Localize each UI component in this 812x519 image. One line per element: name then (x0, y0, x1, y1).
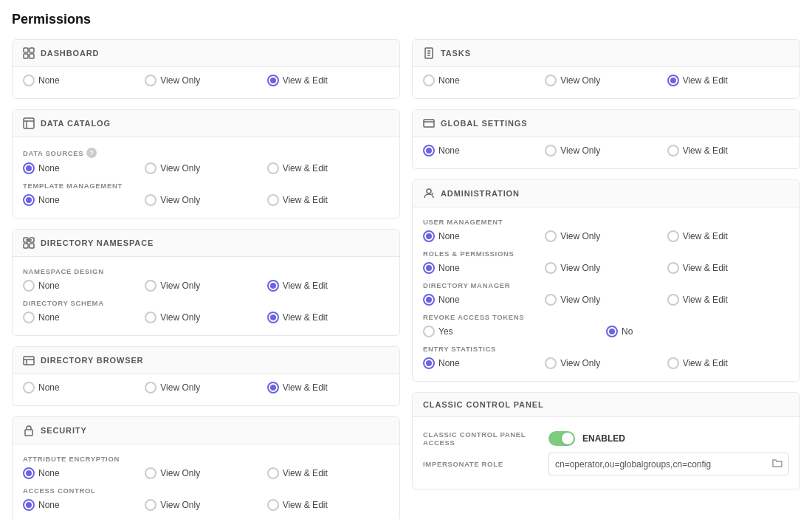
data-sources-viewedit-option[interactable]: View & Edit (267, 162, 389, 174)
roles-viewonly-radio[interactable] (545, 262, 557, 274)
data-sources-none-option[interactable]: None (23, 162, 145, 174)
revoke-access-tokens-label: REVOKE ACCESS TOKENS (423, 313, 789, 321)
user-mgmt-viewonly-option[interactable]: View Only (545, 230, 667, 242)
tasks-viewonly-radio[interactable] (545, 75, 557, 86)
user-mgmt-viewedit-radio[interactable] (667, 230, 679, 242)
template-none-radio[interactable] (23, 194, 35, 206)
dashboard-none-option[interactable]: None (23, 75, 145, 86)
revoke-yes-radio[interactable] (423, 326, 435, 337)
folder-icon[interactable] (772, 458, 782, 470)
entry-stats-viewedit-option[interactable]: View & Edit (667, 357, 789, 369)
dashboard-none-radio[interactable] (23, 75, 35, 86)
tasks-none-option[interactable]: None (423, 75, 545, 86)
data-sources-viewedit-radio[interactable] (267, 162, 279, 174)
data-catalog-body: DATA SOURCES ? None View Only View & Edi… (13, 137, 399, 218)
roles-none-radio[interactable] (423, 262, 435, 274)
attr-enc-viewedit-radio[interactable] (267, 467, 279, 479)
ns-design-viewedit-option[interactable]: View & Edit (267, 280, 389, 292)
dashboard-body: None View Only View & Edit (13, 67, 399, 98)
dir-schema-viewedit-option[interactable]: View & Edit (267, 312, 389, 323)
tasks-viewonly-option[interactable]: View Only (545, 75, 667, 86)
dashboard-viewedit-option[interactable]: View & Edit (267, 75, 389, 86)
access-ctrl-viewonly-option[interactable]: View Only (145, 499, 266, 511)
roles-viewedit-radio[interactable] (667, 262, 679, 274)
attr-enc-viewonly-option[interactable]: View Only (145, 467, 266, 479)
ns-design-viewedit-radio[interactable] (267, 280, 279, 292)
impersonate-role-row: IMPERSONATE ROLE cn=operator,ou=globalgr… (423, 453, 789, 475)
global-none-radio[interactable] (423, 145, 435, 157)
tasks-viewedit-radio[interactable] (667, 75, 679, 86)
entry-stats-viewedit-radio[interactable] (667, 357, 679, 369)
entry-stats-none-option[interactable]: None (423, 357, 545, 369)
dir-browser-none-radio[interactable] (23, 382, 35, 393)
dir-mgr-viewedit-radio[interactable] (667, 294, 679, 306)
tasks-none-radio[interactable] (423, 75, 435, 86)
global-viewedit-option[interactable]: View & Edit (667, 145, 789, 157)
revoke-yes-option[interactable]: Yes (423, 326, 606, 337)
revoke-no-radio[interactable] (606, 326, 618, 337)
data-sources-none-radio[interactable] (23, 162, 35, 174)
classic-access-toggle[interactable] (548, 431, 575, 446)
dir-browser-viewedit-option[interactable]: View & Edit (267, 382, 389, 393)
classic-access-toggle-text: ENABLED (582, 433, 625, 444)
access-ctrl-viewonly-radio[interactable] (145, 499, 156, 511)
template-none-option[interactable]: None (23, 194, 145, 206)
dir-browser-viewedit-radio[interactable] (267, 382, 279, 393)
dir-schema-none-radio[interactable] (23, 312, 35, 323)
user-mgmt-viewonly-radio[interactable] (545, 230, 557, 242)
attr-enc-viewonly-radio[interactable] (145, 467, 156, 479)
attr-enc-none-radio[interactable] (23, 467, 35, 479)
ns-design-viewonly-radio[interactable] (145, 280, 156, 292)
dir-browser-viewonly-radio[interactable] (145, 382, 156, 393)
entry-statistics-label: ENTRY STATISTICS (423, 345, 789, 353)
dashboard-viewedit-radio[interactable] (267, 75, 279, 86)
attr-enc-viewedit-option[interactable]: View & Edit (267, 467, 389, 479)
global-viewedit-radio[interactable] (667, 145, 679, 157)
dir-mgr-none-radio[interactable] (423, 294, 435, 306)
entry-stats-viewonly-radio[interactable] (545, 357, 557, 369)
revoke-no-option[interactable]: No (606, 326, 789, 337)
ns-design-viewonly-option[interactable]: View Only (145, 280, 266, 292)
dir-schema-viewonly-radio[interactable] (145, 312, 156, 323)
attr-enc-none-option[interactable]: None (23, 467, 145, 479)
entry-stats-viewonly-option[interactable]: View Only (545, 357, 667, 369)
access-ctrl-none-option[interactable]: None (23, 499, 145, 511)
roles-viewonly-option[interactable]: View Only (545, 262, 667, 274)
dir-schema-none-option[interactable]: None (23, 312, 145, 323)
dashboard-icon (23, 47, 35, 59)
roles-none-option[interactable]: None (423, 262, 545, 274)
user-mgmt-viewedit-option[interactable]: View & Edit (667, 230, 789, 242)
global-viewonly-radio[interactable] (545, 145, 557, 157)
template-viewedit-option[interactable]: View & Edit (267, 194, 389, 206)
user-mgmt-none-radio[interactable] (423, 230, 435, 242)
dir-browser-viewonly-option[interactable]: View Only (145, 382, 266, 393)
template-viewedit-radio[interactable] (267, 194, 279, 206)
data-sources-viewonly-option[interactable]: View Only (145, 162, 266, 174)
global-viewonly-option[interactable]: View Only (545, 145, 667, 157)
roles-viewedit-option[interactable]: View & Edit (667, 262, 789, 274)
tasks-body: None View Only View & Edit (413, 67, 799, 98)
tasks-viewedit-option[interactable]: View & Edit (667, 75, 789, 86)
data-sources-viewonly-radio[interactable] (145, 162, 156, 174)
dir-mgr-viewonly-option[interactable]: View Only (545, 294, 667, 306)
dir-mgr-none-option[interactable]: None (423, 294, 545, 306)
template-viewonly-radio[interactable] (145, 194, 156, 206)
impersonate-role-input[interactable]: cn=operator,ou=globalgroups,cn=config (548, 453, 789, 475)
template-viewonly-option[interactable]: View Only (145, 194, 266, 206)
access-ctrl-none-radio[interactable] (23, 499, 35, 511)
dir-schema-viewedit-radio[interactable] (267, 312, 279, 323)
entry-stats-none-radio[interactable] (423, 357, 435, 369)
ns-design-none-option[interactable]: None (23, 280, 145, 292)
dir-schema-viewonly-option[interactable]: View Only (145, 312, 266, 323)
access-ctrl-viewedit-option[interactable]: View & Edit (267, 499, 389, 511)
user-mgmt-none-option[interactable]: None (423, 230, 545, 242)
global-none-option[interactable]: None (423, 145, 545, 157)
dir-mgr-viewedit-option[interactable]: View & Edit (667, 294, 789, 306)
dir-browser-none-option[interactable]: None (23, 382, 145, 393)
ns-design-none-radio[interactable] (23, 280, 35, 292)
dashboard-viewonly-radio[interactable] (145, 75, 156, 86)
access-ctrl-viewedit-radio[interactable] (267, 499, 279, 511)
dir-mgr-viewonly-radio[interactable] (545, 294, 557, 306)
data-sources-help-icon[interactable]: ? (86, 148, 97, 158)
dashboard-viewonly-option[interactable]: View Only (145, 75, 266, 86)
